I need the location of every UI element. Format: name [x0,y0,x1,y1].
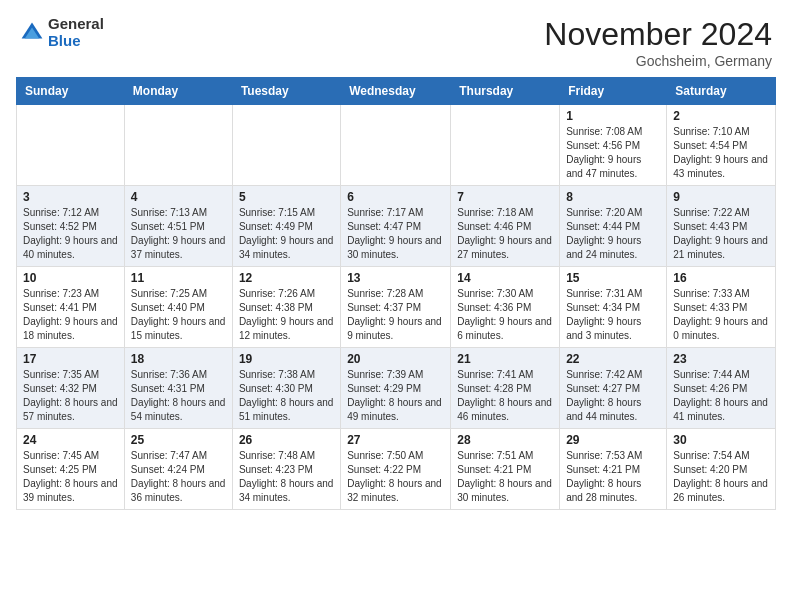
table-row: 17Sunrise: 7:35 AM Sunset: 4:32 PM Dayli… [17,348,125,429]
table-row: 7Sunrise: 7:18 AM Sunset: 4:46 PM Daylig… [451,186,560,267]
day-info: Sunrise: 7:39 AM Sunset: 4:29 PM Dayligh… [347,368,444,424]
day-number: 1 [566,109,660,123]
header-monday: Monday [124,78,232,105]
day-number: 22 [566,352,660,366]
table-row: 11Sunrise: 7:25 AM Sunset: 4:40 PM Dayli… [124,267,232,348]
table-row: 21Sunrise: 7:41 AM Sunset: 4:28 PM Dayli… [451,348,560,429]
table-row: 22Sunrise: 7:42 AM Sunset: 4:27 PM Dayli… [560,348,667,429]
table-row: 13Sunrise: 7:28 AM Sunset: 4:37 PM Dayli… [341,267,451,348]
table-row [341,105,451,186]
day-info: Sunrise: 7:30 AM Sunset: 4:36 PM Dayligh… [457,287,553,343]
day-number: 26 [239,433,334,447]
page-header: General Blue November 2024 Gochsheim, Ge… [0,0,792,77]
day-number: 12 [239,271,334,285]
month-title: November 2024 [544,16,772,53]
logo-general: General [48,16,104,33]
table-row: 15Sunrise: 7:31 AM Sunset: 4:34 PM Dayli… [560,267,667,348]
table-row: 4Sunrise: 7:13 AM Sunset: 4:51 PM Daylig… [124,186,232,267]
day-number: 10 [23,271,118,285]
day-number: 13 [347,271,444,285]
day-info: Sunrise: 7:53 AM Sunset: 4:21 PM Dayligh… [566,449,660,505]
calendar-week-row: 10Sunrise: 7:23 AM Sunset: 4:41 PM Dayli… [17,267,776,348]
table-row: 3Sunrise: 7:12 AM Sunset: 4:52 PM Daylig… [17,186,125,267]
logo: General Blue [20,16,104,49]
day-number: 23 [673,352,769,366]
day-number: 19 [239,352,334,366]
table-row: 8Sunrise: 7:20 AM Sunset: 4:44 PM Daylig… [560,186,667,267]
calendar-week-row: 1Sunrise: 7:08 AM Sunset: 4:56 PM Daylig… [17,105,776,186]
calendar-week-row: 3Sunrise: 7:12 AM Sunset: 4:52 PM Daylig… [17,186,776,267]
day-info: Sunrise: 7:10 AM Sunset: 4:54 PM Dayligh… [673,125,769,181]
day-number: 2 [673,109,769,123]
day-info: Sunrise: 7:20 AM Sunset: 4:44 PM Dayligh… [566,206,660,262]
day-number: 24 [23,433,118,447]
table-row: 1Sunrise: 7:08 AM Sunset: 4:56 PM Daylig… [560,105,667,186]
day-info: Sunrise: 7:33 AM Sunset: 4:33 PM Dayligh… [673,287,769,343]
table-row: 27Sunrise: 7:50 AM Sunset: 4:22 PM Dayli… [341,429,451,510]
day-info: Sunrise: 7:17 AM Sunset: 4:47 PM Dayligh… [347,206,444,262]
header-saturday: Saturday [667,78,776,105]
table-row: 5Sunrise: 7:15 AM Sunset: 4:49 PM Daylig… [232,186,340,267]
day-info: Sunrise: 7:22 AM Sunset: 4:43 PM Dayligh… [673,206,769,262]
location: Gochsheim, Germany [544,53,772,69]
day-info: Sunrise: 7:28 AM Sunset: 4:37 PM Dayligh… [347,287,444,343]
day-number: 3 [23,190,118,204]
table-row: 23Sunrise: 7:44 AM Sunset: 4:26 PM Dayli… [667,348,776,429]
day-number: 27 [347,433,444,447]
day-number: 28 [457,433,553,447]
day-number: 18 [131,352,226,366]
calendar-week-row: 17Sunrise: 7:35 AM Sunset: 4:32 PM Dayli… [17,348,776,429]
day-info: Sunrise: 7:35 AM Sunset: 4:32 PM Dayligh… [23,368,118,424]
day-number: 15 [566,271,660,285]
header-sunday: Sunday [17,78,125,105]
day-info: Sunrise: 7:42 AM Sunset: 4:27 PM Dayligh… [566,368,660,424]
title-block: November 2024 Gochsheim, Germany [544,16,772,69]
header-wednesday: Wednesday [341,78,451,105]
day-info: Sunrise: 7:50 AM Sunset: 4:22 PM Dayligh… [347,449,444,505]
table-row: 25Sunrise: 7:47 AM Sunset: 4:24 PM Dayli… [124,429,232,510]
header-thursday: Thursday [451,78,560,105]
header-tuesday: Tuesday [232,78,340,105]
table-row: 30Sunrise: 7:54 AM Sunset: 4:20 PM Dayli… [667,429,776,510]
day-info: Sunrise: 7:51 AM Sunset: 4:21 PM Dayligh… [457,449,553,505]
day-info: Sunrise: 7:48 AM Sunset: 4:23 PM Dayligh… [239,449,334,505]
calendar-wrapper: Sunday Monday Tuesday Wednesday Thursday… [0,77,792,518]
table-row: 19Sunrise: 7:38 AM Sunset: 4:30 PM Dayli… [232,348,340,429]
day-info: Sunrise: 7:54 AM Sunset: 4:20 PM Dayligh… [673,449,769,505]
day-info: Sunrise: 7:26 AM Sunset: 4:38 PM Dayligh… [239,287,334,343]
day-number: 14 [457,271,553,285]
table-row [451,105,560,186]
table-row: 20Sunrise: 7:39 AM Sunset: 4:29 PM Dayli… [341,348,451,429]
table-row: 26Sunrise: 7:48 AM Sunset: 4:23 PM Dayli… [232,429,340,510]
table-row: 9Sunrise: 7:22 AM Sunset: 4:43 PM Daylig… [667,186,776,267]
table-row: 28Sunrise: 7:51 AM Sunset: 4:21 PM Dayli… [451,429,560,510]
day-info: Sunrise: 7:15 AM Sunset: 4:49 PM Dayligh… [239,206,334,262]
calendar-header-row: Sunday Monday Tuesday Wednesday Thursday… [17,78,776,105]
day-number: 8 [566,190,660,204]
table-row: 2Sunrise: 7:10 AM Sunset: 4:54 PM Daylig… [667,105,776,186]
logo-text: General Blue [48,16,104,49]
table-row: 16Sunrise: 7:33 AM Sunset: 4:33 PM Dayli… [667,267,776,348]
day-number: 11 [131,271,226,285]
day-info: Sunrise: 7:31 AM Sunset: 4:34 PM Dayligh… [566,287,660,343]
calendar-week-row: 24Sunrise: 7:45 AM Sunset: 4:25 PM Dayli… [17,429,776,510]
day-info: Sunrise: 7:47 AM Sunset: 4:24 PM Dayligh… [131,449,226,505]
day-number: 16 [673,271,769,285]
day-number: 4 [131,190,226,204]
day-number: 30 [673,433,769,447]
day-info: Sunrise: 7:13 AM Sunset: 4:51 PM Dayligh… [131,206,226,262]
table-row: 6Sunrise: 7:17 AM Sunset: 4:47 PM Daylig… [341,186,451,267]
day-info: Sunrise: 7:23 AM Sunset: 4:41 PM Dayligh… [23,287,118,343]
day-info: Sunrise: 7:38 AM Sunset: 4:30 PM Dayligh… [239,368,334,424]
table-row: 14Sunrise: 7:30 AM Sunset: 4:36 PM Dayli… [451,267,560,348]
day-number: 7 [457,190,553,204]
day-number: 25 [131,433,226,447]
day-number: 6 [347,190,444,204]
day-info: Sunrise: 7:25 AM Sunset: 4:40 PM Dayligh… [131,287,226,343]
day-number: 29 [566,433,660,447]
table-row: 24Sunrise: 7:45 AM Sunset: 4:25 PM Dayli… [17,429,125,510]
table-row: 18Sunrise: 7:36 AM Sunset: 4:31 PM Dayli… [124,348,232,429]
day-number: 9 [673,190,769,204]
day-info: Sunrise: 7:41 AM Sunset: 4:28 PM Dayligh… [457,368,553,424]
table-row [17,105,125,186]
